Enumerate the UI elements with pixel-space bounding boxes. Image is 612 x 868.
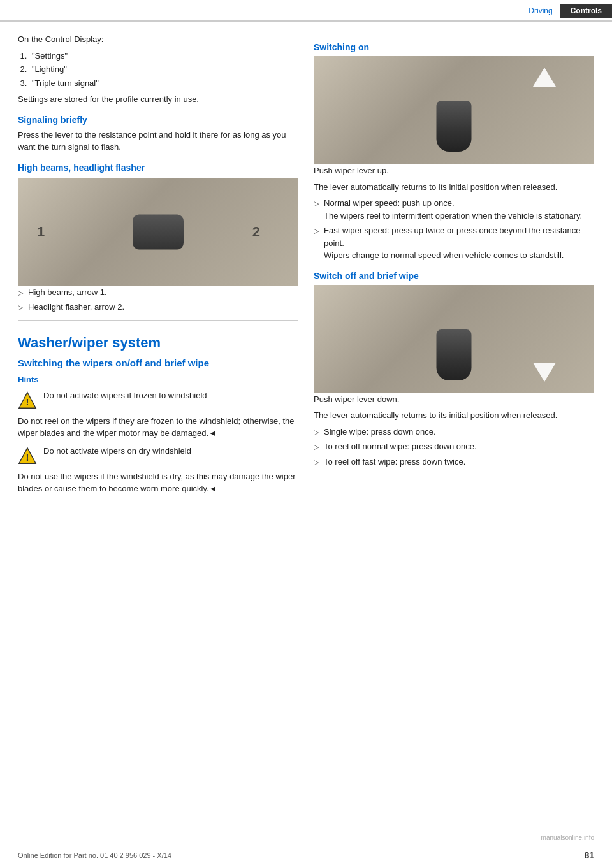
bullet-main: Fast wiper speed: press up twice or pres…: [324, 224, 594, 262]
list-item: "Settings": [29, 50, 298, 62]
list-text: "Lighting": [32, 64, 67, 74]
page-number: 81: [584, 850, 594, 860]
right-column: Switching on Push wiper lever up. The le…: [314, 33, 594, 499]
washer-heading: Washer/wiper system: [18, 335, 298, 351]
bullet-arrow-icon: ▷: [314, 226, 319, 236]
arrow-down-icon: [533, 363, 556, 382]
main-content: On the Control Display: "Settings" "Ligh…: [0, 22, 612, 499]
bullet-normal-wiper: ▷ Normal wiper speed: push up once. The …: [314, 197, 594, 222]
page-header: Driving Controls: [0, 0, 612, 22]
list-text: "Settings": [32, 51, 68, 61]
warning-text-1: Do not activate wipers if frozen to wind…: [43, 389, 207, 402]
arrow-up-icon: [533, 68, 556, 87]
wiper-lever-up-image: [314, 56, 594, 164]
bullet-arrow-icon: ▷: [314, 427, 319, 438]
bullet-fast-wiper: ▷ Fast wiper speed: press up twice or pr…: [314, 224, 594, 262]
headlight-image: 1 2: [18, 178, 298, 286]
push-down-text: Push wiper lever down.: [314, 393, 594, 406]
settings-note: Settings are stored for the profile curr…: [18, 93, 298, 106]
warning-body-2: Do not use the wipers if the windshield …: [18, 470, 298, 495]
warning-triangle-icon-2: !: [18, 446, 37, 465]
push-up-text: Push wiper lever up.: [314, 164, 594, 177]
lever-body-up: [437, 101, 472, 152]
bullet-text: To reel off fast wipe: press down twice.: [324, 456, 465, 468]
bullet-arrow-icon: ▷: [314, 442, 319, 452]
high-beams-heading: High beams, headlight flasher: [18, 163, 298, 173]
bullet-single-wipe: ▷ Single wipe: press down once.: [314, 426, 594, 438]
header-driving-label: Driving: [521, 4, 560, 18]
bullet-arrow-icon: ▷: [18, 302, 23, 313]
bullet-arrow-icon: ▷: [314, 457, 319, 468]
wiper-lever-down-image: [314, 285, 594, 393]
switching-on-heading: Switching on: [314, 42, 594, 52]
list-item: "Triple turn signal": [29, 77, 298, 90]
numbered-list: "Settings" "Lighting" "Triple turn signa…: [29, 50, 298, 90]
arrow-label-1: 1: [37, 224, 45, 240]
bullet-arrow-icon: ▷: [314, 198, 319, 209]
edition-text: Online Edition for Part no. 01 40 2 956 …: [18, 851, 171, 859]
bullet-main: Normal wiper speed: push up once. The wi…: [324, 197, 582, 222]
lever-body-down: [437, 329, 472, 380]
bullet-high-beams: ▷ High beams, arrow 1.: [18, 286, 298, 299]
bullet-text: High beams, arrow 1.: [28, 286, 107, 299]
list-item: "Lighting": [29, 63, 298, 76]
lever-returns-text: The lever automatically returns to its i…: [314, 181, 594, 194]
arrow-label-2: 2: [252, 224, 260, 240]
warning-triangle-icon: !: [18, 391, 37, 410]
switching-wipers-heading: Switching the wipers on/off and brief wi…: [18, 358, 298, 368]
warning-body-1: Do not reel on the wipers if they are fr…: [18, 415, 298, 440]
list-text: "Triple turn signal": [32, 78, 99, 88]
warning-box-2: ! Do not activate wipers on dry windshie…: [18, 445, 298, 465]
header-controls-label: Controls: [560, 4, 612, 18]
bullet-text: To reel off normal wipe: press down once…: [324, 440, 477, 453]
warning-text-2: Do not activate wipers on dry windshield: [43, 445, 191, 458]
bullet-text: Headlight flasher, arrow 2.: [28, 301, 124, 314]
switch-off-heading: Switch off and brief wipe: [314, 271, 594, 281]
bullet-fast-wipe: ▷ To reel off fast wipe: press down twic…: [314, 456, 594, 468]
signaling-text: Press the lever to the resistance point …: [18, 129, 298, 154]
svg-text:!: !: [26, 452, 29, 463]
signaling-heading: Signaling briefly: [18, 115, 298, 125]
page-footer: Online Edition for Part no. 01 40 2 956 …: [0, 846, 612, 860]
watermark-text: manualsonline.info: [541, 834, 594, 841]
hints-heading: Hints: [18, 375, 298, 384]
bullet-normal-wipe: ▷ To reel off normal wipe: press down on…: [314, 440, 594, 453]
lever-body: [133, 214, 184, 249]
bullet-headlight-flasher: ▷ Headlight flasher, arrow 2.: [18, 301, 298, 314]
warning-box-1: ! Do not activate wipers if frozen to wi…: [18, 389, 298, 410]
intro-text: On the Control Display:: [18, 33, 298, 46]
lever-returns-text-2: The lever automatically returns to its i…: [314, 409, 594, 422]
left-column: On the Control Display: "Settings" "Ligh…: [18, 33, 298, 499]
svg-text:!: !: [26, 396, 29, 407]
bullet-text: Single wipe: press down once.: [324, 426, 436, 438]
bullet-arrow-icon: ▷: [18, 287, 23, 298]
divider: [18, 320, 298, 321]
